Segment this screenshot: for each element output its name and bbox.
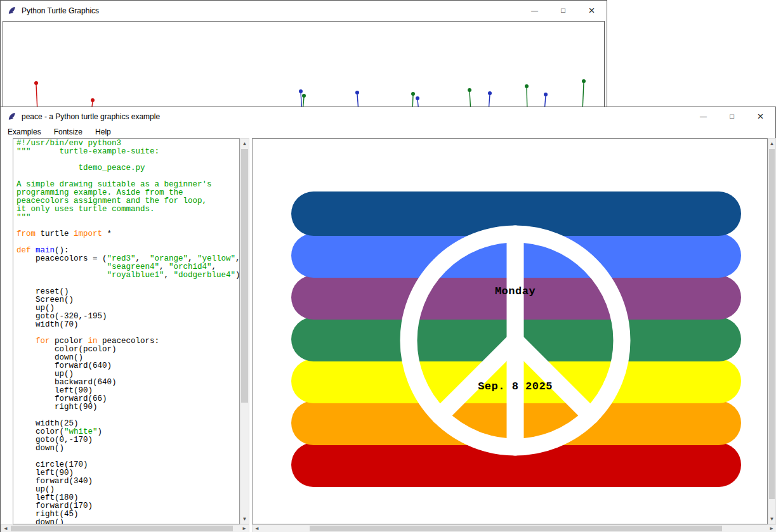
- canvas-horizontal-scrollbar[interactable]: ◄ ►: [252, 524, 776, 532]
- tk-feather-icon: [7, 6, 16, 15]
- menu-examples[interactable]: Examples: [2, 126, 47, 138]
- turtle-window-titlebar[interactable]: Python Turtle Graphics — □ ×: [1, 1, 607, 20]
- close-icon: ×: [589, 5, 595, 16]
- code-hscroll-thumb[interactable]: [11, 526, 233, 531]
- window-title: peace - a Python turtle graphics example: [22, 112, 160, 121]
- menu-fontsize[interactable]: Fontsize: [48, 126, 88, 138]
- code-line: "royalblue1", "dodgerblue4"): [16, 271, 239, 280]
- code-line: tdemo_peace.py: [16, 164, 239, 172]
- sapling: [582, 79, 586, 110]
- code-line: """ turtle-example-suite:: [16, 148, 239, 156]
- maximize-button[interactable]: □: [549, 1, 577, 20]
- code-line: right(90): [16, 403, 239, 412]
- peace-left-leg: [440, 341, 515, 416]
- peace-right-leg: [515, 341, 591, 416]
- window-controls: — □ ×: [520, 1, 606, 20]
- canvas-hscroll-thumb[interactable]: [310, 526, 722, 531]
- close-icon: ×: [758, 111, 764, 122]
- peace-window-titlebar[interactable]: peace - a Python turtle graphics example…: [1, 107, 775, 126]
- scroll-left-button[interactable]: ◄: [1, 525, 10, 532]
- close-button[interactable]: ×: [577, 1, 606, 20]
- close-button[interactable]: ×: [746, 107, 775, 126]
- maximize-icon: □: [561, 7, 565, 14]
- scroll-down-button[interactable]: ▼: [768, 514, 775, 524]
- maximize-button[interactable]: □: [718, 107, 746, 126]
- scroll-right-button[interactable]: ►: [767, 525, 776, 532]
- code-line: it only uses turtle commands.: [16, 205, 239, 214]
- scroll-left-button[interactable]: ◄: [253, 525, 261, 532]
- canvas-vscroll-thumb[interactable]: [769, 149, 775, 499]
- code-vscroll-thumb[interactable]: [241, 149, 248, 403]
- maximize-icon: □: [730, 113, 734, 120]
- minimize-button[interactable]: —: [520, 1, 549, 20]
- minimize-button[interactable]: —: [689, 107, 718, 126]
- code-editor-pane[interactable]: #!/usr/bin/env python3""" turtle-example…: [13, 138, 240, 524]
- code-line: from turtle import *: [16, 230, 239, 238]
- day-text: Monday: [495, 285, 536, 297]
- minimize-icon: —: [700, 113, 707, 120]
- code-line: width(70): [16, 321, 239, 329]
- code-text: #!/usr/bin/env python3""" turtle-example…: [13, 139, 239, 524]
- turtle-canvas[interactable]: [3, 21, 605, 111]
- date-text: Sep. 8 2025: [478, 380, 553, 393]
- code-vertical-scrollbar[interactable]: ▲ ▼: [240, 138, 249, 524]
- turtle-graphics-window: Python Turtle Graphics — □ ×: [0, 0, 607, 112]
- code-line: down(): [16, 519, 239, 524]
- window-controls: — □ ×: [689, 107, 775, 126]
- peace-symbol: [253, 139, 767, 524]
- window-title: Python Turtle Graphics: [22, 6, 99, 15]
- forest-svg: [3, 22, 604, 110]
- peace-example-window: peace - a Python turtle graphics example…: [0, 107, 776, 532]
- code-horizontal-scrollbar[interactable]: ◄ ►: [1, 524, 249, 532]
- canvas-vertical-scrollbar[interactable]: ▲ ▼: [768, 138, 776, 524]
- menubar: Examples Fontsize Help: [1, 126, 775, 138]
- scroll-up-button[interactable]: ▲: [240, 139, 249, 148]
- code-line: """: [16, 214, 239, 222]
- scroll-right-button[interactable]: ►: [240, 525, 249, 532]
- scroll-up-button[interactable]: ▲: [768, 139, 775, 148]
- peace-canvas-pane[interactable]: Monday Sep. 8 2025: [252, 138, 768, 524]
- menu-help[interactable]: Help: [89, 126, 117, 138]
- code-line: down(): [16, 444, 239, 453]
- scroll-down-button[interactable]: ▼: [240, 514, 249, 524]
- tk-feather-icon: [7, 112, 16, 121]
- minimize-icon: —: [531, 7, 538, 14]
